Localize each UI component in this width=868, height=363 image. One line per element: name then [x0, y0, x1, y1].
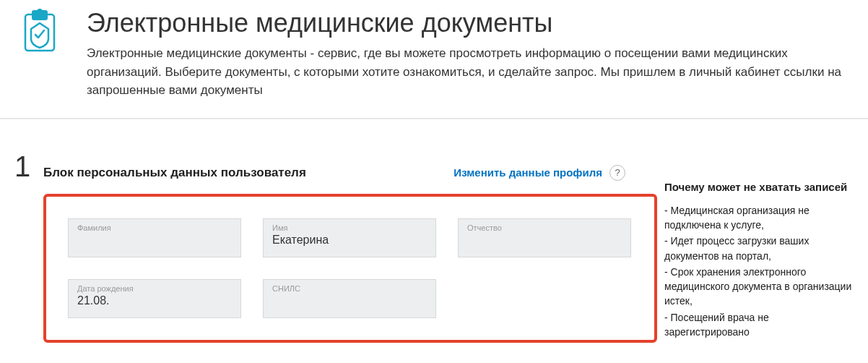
name-value: Екатерина — [272, 234, 427, 247]
patronymic-field[interactable]: Отчество — [458, 218, 631, 257]
birthdate-label: Дата рождения — [77, 284, 232, 293]
sidebar-info: Почему может не хватать записей - Медици… — [664, 181, 856, 341]
personal-data-block: Фамилия Имя Екатерина Отчество Дата рожд… — [43, 194, 657, 343]
surname-label: Фамилия — [77, 223, 232, 232]
step-number: 1 — [14, 152, 43, 181]
sidebar-item: - Срок хранения электронного медицинског… — [664, 265, 856, 309]
page-title: Электронные медицинские документы — [87, 7, 854, 38]
page-header: Электронные медицинские документы Электр… — [0, 0, 868, 119]
svg-rect-1 — [32, 10, 48, 20]
edit-profile-link[interactable]: Изменить данные профиля — [453, 166, 602, 179]
sidebar-item: - Посещений врача не зарегистрировано — [664, 310, 856, 340]
sidebar-item: - Идет процесс загрузки ваших документов… — [664, 234, 856, 263]
birthdate-value: 21.08. — [77, 294, 232, 307]
surname-field[interactable]: Фамилия — [68, 218, 241, 257]
name-label: Имя — [272, 223, 427, 232]
sidebar-item: - Медицинская организация не подключена … — [664, 203, 856, 233]
sidebar-reasons-list: - Медицинская организация не подключена … — [664, 203, 856, 340]
birthdate-field[interactable]: Дата рождения 21.08. — [68, 279, 241, 318]
patronymic-label: Отчество — [467, 223, 622, 232]
section-title: Блок персональных данных пользователя — [43, 166, 306, 180]
snils-label: СНИЛС — [272, 284, 427, 293]
page-subtitle: Электронные медицинские документы - серв… — [87, 44, 854, 100]
medical-document-icon — [14, 7, 65, 58]
name-field[interactable]: Имя Екатерина — [263, 218, 436, 257]
help-icon[interactable]: ? — [609, 165, 625, 181]
sidebar-title: Почему может не хватать записей — [664, 181, 856, 193]
section-header: Блок персональных данных пользователя Из… — [43, 165, 625, 181]
snils-field[interactable]: СНИЛС — [263, 279, 436, 318]
